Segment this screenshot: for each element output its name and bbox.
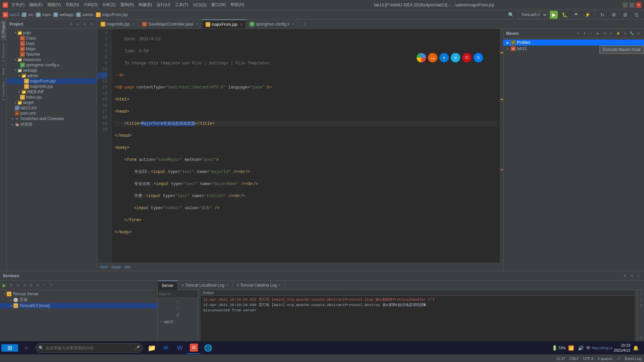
edge-icon[interactable]: e — [439, 53, 449, 62]
tree-item-pom[interactable]: m pom.xml — [7, 111, 97, 116]
svc-tomcat9[interactable]: ► 🐱 Tomcat9.0 [local] — [0, 303, 157, 308]
taskbar-word[interactable]: W — [173, 342, 186, 354]
profile-button[interactable]: ⚡ — [583, 10, 592, 19]
menu-refactor[interactable]: 重构(R) — [119, 2, 136, 8]
run-button[interactable]: ▶ — [550, 11, 558, 19]
bc-main[interactable]: main — [42, 12, 51, 17]
services-settings-btn[interactable]: ⚙ — [622, 273, 628, 279]
menu-code[interactable]: 代码(O) — [83, 2, 99, 8]
code-content[interactable]: Date: 2021/4/12 Time: 9:54 To change thi… — [112, 29, 500, 263]
ie-icon[interactable]: e — [451, 53, 460, 62]
log-up-btn[interactable]: ↑ — [640, 291, 642, 296]
svc-btn5[interactable]: ⊕ — [28, 282, 34, 288]
depl-filter-icon[interactable]: ≡1 — [167, 292, 171, 296]
menu-build[interactable]: 构建(B) — [137, 2, 153, 8]
close-tab-springmvc[interactable]: ✕ — [292, 22, 294, 26]
depl-refresh-arrow[interactable]: ↺ — [159, 311, 196, 318]
svc-tab-catalina-log[interactable]: ≡ Tomcat Catalina Log ✕ — [233, 281, 285, 290]
debug-button[interactable]: 🐛 — [560, 10, 569, 19]
menu-run[interactable]: 运行(U) — [155, 2, 172, 8]
maven-download-btn[interactable]: ⬇ — [582, 31, 588, 37]
tab-majorinfo[interactable]: J majorInfo.jsp ✕ — [97, 19, 139, 29]
taskbar-mail[interactable]: ✉ — [159, 342, 172, 354]
svc-btn4[interactable]: ⊘ — [21, 282, 28, 288]
battery-status[interactable]: 🔋 72% — [552, 345, 566, 351]
vtab-web[interactable]: Web — [1, 66, 6, 77]
bc-head[interactable]: head — [112, 265, 121, 269]
menu-help[interactable]: 帮助(H) — [229, 2, 246, 8]
close-tab-savemajor[interactable]: ✕ — [196, 22, 199, 26]
tree-item-webinf[interactable]: ► 📁 WEB-INF — [7, 89, 97, 95]
bc-lab13[interactable]: lab13 — [9, 12, 19, 17]
tree-item-iml[interactable]: i lab13.iml — [7, 105, 97, 111]
input-method[interactable]: 中 — [586, 345, 590, 351]
firefox-icon[interactable]: 🦊 — [428, 53, 437, 62]
tree-item-scratches[interactable]: ► ✏ Scratches and Consoles — [7, 116, 97, 121]
depl-down-arrow[interactable]: ↓ — [159, 305, 196, 311]
status-indent[interactable]: 4 spaces — [597, 357, 612, 361]
tree-item-target[interactable]: ► 📁 target — [7, 100, 97, 105]
log-refresh-btn[interactable]: ↺ — [639, 303, 643, 308]
log-wrap-btn[interactable]: ≡ — [639, 337, 643, 339]
bc-html[interactable]: html — [100, 265, 108, 269]
close-catalina-log[interactable]: ✕ — [278, 283, 281, 287]
tab-majorfrom[interactable]: J majorFrom.jsp ✕ — [202, 19, 247, 29]
svc-btn6[interactable]: ⊖ — [35, 282, 41, 288]
maximize-button[interactable]: □ — [629, 2, 635, 8]
depl-up-arrow[interactable]: ↑ — [159, 298, 196, 305]
output-log[interactable]: 12-Apr-2021 10:19:29.625 淇℃伅 [main] org.… — [201, 296, 635, 341]
taskbar-fileexplorer[interactable]: 📁 — [145, 342, 158, 354]
bc-title[interactable]: title — [124, 265, 131, 269]
taskbar-mic-icon[interactable]: 🎤 — [135, 346, 140, 350]
search-btn[interactable]: 🔍 — [506, 10, 516, 19]
menu-analyze[interactable]: 分析(Z) — [101, 2, 117, 8]
layout-button[interactable]: ⊞ — [621, 10, 630, 19]
tree-item-majorfrom[interactable]: J majorFrom.jsp — [7, 78, 97, 84]
tab-savemajor[interactable]: C SaveMajorController.java ✕ — [139, 19, 202, 29]
blog-url[interactable]: https://blog.cs — [592, 346, 612, 350]
maven-collapse-btn[interactable]: ⊖ — [622, 31, 628, 37]
sidebar-settings-btn[interactable]: ⚙ — [82, 21, 88, 27]
maven-settings-btn[interactable]: ⚡ — [615, 31, 621, 37]
maven-profiles-item[interactable]: ► P Profiles — [503, 40, 644, 46]
notification-icon[interactable]: 🔔 — [632, 345, 640, 351]
sidebar-sync-btn[interactable]: ⊕ — [68, 21, 74, 27]
terminal-button[interactable]: ⊡ — [632, 10, 641, 19]
opera-icon[interactable]: O — [462, 53, 472, 62]
maven-skip-btn[interactable]: ⊘ — [608, 31, 614, 37]
tree-item-resources[interactable]: ▼ 📁 resources — [7, 57, 97, 62]
close-button[interactable]: ✕ — [636, 2, 641, 8]
tab-springmvc[interactable]: X springmvc-config.x ✕ — [246, 19, 298, 29]
taskbar-chrome[interactable]: 🌐 — [201, 342, 215, 354]
chrome-icon[interactable] — [417, 53, 426, 62]
cortana-btn[interactable]: ○ — [19, 341, 34, 355]
tree-item-class[interactable]: C Class — [7, 36, 97, 41]
tree-item-majorinfo[interactable]: J majorInfo.jsp — [7, 84, 97, 89]
bc-webapp[interactable]: webapp — [59, 12, 73, 17]
svc-btn3[interactable]: ⊙ — [15, 282, 21, 288]
tree-item-pojo[interactable]: ▼ 📁 pojo — [7, 30, 97, 36]
bc-admin[interactable]: admin — [82, 12, 93, 17]
taskbar-time[interactable]: 10:23 2021/4/12 — [614, 343, 630, 353]
tree-item-index[interactable]: J index.jsp — [7, 95, 97, 100]
update-button[interactable]: ↻ — [598, 10, 607, 19]
menu-vcs[interactable]: VCS(S) — [192, 3, 208, 7]
volume-icon[interactable]: 🔊 — [577, 345, 585, 351]
network-icon[interactable]: 📶 — [567, 345, 575, 351]
execute-maven-tooltip[interactable]: Execute Maven Goal — [599, 46, 644, 54]
minimize-button[interactable]: ─ — [623, 2, 628, 8]
menu-window[interactable]: 窗口(W) — [210, 2, 227, 8]
services-gear-btn[interactable]: ⚙ — [629, 273, 635, 279]
depl-lab13-item[interactable]: ✓ lab13 — [158, 318, 198, 325]
vtab-project[interactable]: 1: Project — [1, 20, 6, 40]
tree-item-webapp[interactable]: ▼ 📁 webapp — [7, 68, 97, 73]
tab-more[interactable]: ...2 — [298, 22, 309, 26]
bc-file[interactable]: majorFrom.jsp — [102, 12, 128, 17]
sidebar-collapse-btn[interactable]: ⊖ — [75, 21, 81, 27]
status-event-log[interactable]: Event Log — [625, 357, 641, 361]
svc-btn7[interactable]: + — [42, 282, 48, 288]
menu-file[interactable]: 文件(F) — [10, 2, 26, 8]
log-down-btn[interactable]: ↓ — [640, 297, 642, 302]
svc-btn8[interactable]: ↺ — [48, 282, 54, 288]
taskbar-search-box[interactable]: 🔍 在这里输入你要搜索的内容 🎤 — [36, 343, 143, 353]
